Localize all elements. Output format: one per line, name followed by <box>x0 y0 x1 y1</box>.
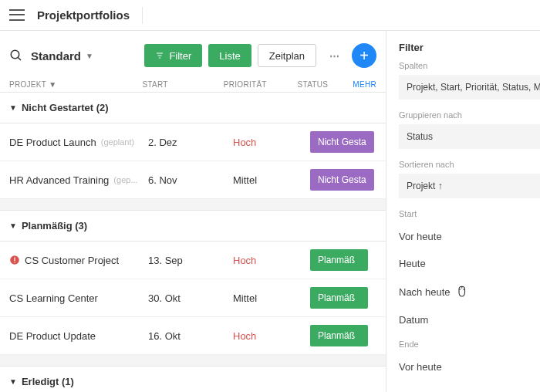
svg-rect-6 <box>14 258 15 262</box>
sortieren-select[interactable]: Projekt ↑ <box>399 174 540 198</box>
schedule-button[interactable]: Zeitplan <box>258 44 316 67</box>
caret-down-icon: ▼ <box>9 377 17 386</box>
option-label: Nach heute <box>399 286 451 298</box>
col-projekt[interactable]: Projekt ▼ <box>9 80 142 89</box>
project-name: CS Customer Project <box>25 255 119 266</box>
ende-option-vor-heute[interactable]: Vor heute <box>399 353 540 380</box>
table-row[interactable]: CS Learning Center 30. Okt Mittel Planmä… <box>0 279 386 317</box>
status-badge: Nicht Gesta <box>310 169 374 191</box>
spalten-label: Spalten <box>399 61 540 70</box>
table-row[interactable]: HR Advanced Training (gep... 6. Nov Mitt… <box>0 161 386 199</box>
gruppieren-label: Gruppieren nach <box>399 110 540 120</box>
table-row[interactable]: DE Product Launch (geplant) 2. Dez Hoch … <box>0 123 386 161</box>
status-badge: Planmäß <box>310 325 368 346</box>
list-button-label: Liste <box>219 50 240 62</box>
divider <box>142 7 143 24</box>
svg-line-1 <box>18 57 21 60</box>
col-mehr[interactable]: Mehr <box>353 80 376 89</box>
project-name: HR Advanced Training <box>9 174 109 186</box>
project-note: (geplant) <box>101 137 134 147</box>
start-date: 30. Okt <box>148 292 233 304</box>
status-badge: Planmäß <box>310 249 368 271</box>
col-start[interactable]: Start <box>142 80 223 89</box>
project-name: DE Product Update <box>9 330 96 342</box>
group-label: Planmäßig (3) <box>22 220 87 231</box>
group-header[interactable]: ▼Erledigt (1) <box>0 366 386 392</box>
status-badge: Nicht Gesta <box>310 131 374 153</box>
group-label: Erledigt (1) <box>22 376 74 387</box>
ende-filter-label: Ende <box>399 340 540 349</box>
page-title: Projektportfolios <box>37 8 130 22</box>
start-date: 6. Nov <box>148 174 233 186</box>
search-icon[interactable] <box>9 49 23 63</box>
spalten-select[interactable]: Projekt, Start, Priorität, Status, Ma <box>399 75 540 100</box>
filter-title: Filter <box>399 42 540 53</box>
project-name: DE Product Launch <box>9 137 96 148</box>
svg-rect-7 <box>14 262 15 262</box>
hamburger-icon[interactable] <box>9 8 25 23</box>
caret-down-icon: ▼ <box>9 103 17 112</box>
start-date: 16. Okt <box>148 330 233 342</box>
priority: Hoch <box>233 137 310 148</box>
table-row[interactable]: CS Customer Project 13. Sep Hoch Planmäß <box>0 242 386 279</box>
project-note: (gep... <box>113 175 137 184</box>
table-header: Projekt ▼ Start Priorität Status Mehr <box>0 77 386 92</box>
filter-panel: Filter Spalten Projekt, Start, Priorität… <box>386 31 540 392</box>
svg-point-0 <box>11 50 19 59</box>
group-header[interactable]: ▼Planmäßig (3) <box>0 210 386 242</box>
alert-icon <box>9 255 20 265</box>
filter-icon <box>155 51 164 60</box>
group-label: Nicht Gestartet (2) <box>22 102 109 113</box>
priority: Hoch <box>233 255 310 266</box>
list-button[interactable]: Liste <box>208 44 251 67</box>
add-button[interactable]: + <box>352 43 376 68</box>
start-filter-label: Start <box>399 209 540 218</box>
col-prio[interactable]: Priorität <box>224 80 298 89</box>
start-option-heute[interactable]: Heute <box>399 250 540 277</box>
priority: Hoch <box>233 330 310 342</box>
cursor-icon <box>457 285 471 299</box>
view-name-label: Standard <box>31 49 81 63</box>
start-option-datum[interactable]: Datum <box>399 306 540 333</box>
table-row[interactable]: DE Product Update 16. Okt Hoch Planmäß <box>0 317 386 355</box>
start-option-nach-heute[interactable]: Nach heute <box>399 277 540 306</box>
priority: Mittel <box>233 292 310 304</box>
filter-button[interactable]: Filter <box>144 44 202 67</box>
chevron-down-icon: ▼ <box>86 52 93 60</box>
sortieren-label: Sortieren nach <box>399 160 540 169</box>
more-menu[interactable]: ⋯ <box>322 44 346 67</box>
start-date: 13. Sep <box>148 255 233 266</box>
filter-button-label: Filter <box>169 50 191 62</box>
group-header[interactable]: ▼Nicht Gestartet (2) <box>0 92 386 123</box>
caret-down-icon: ▼ <box>9 221 17 230</box>
col-status[interactable]: Status <box>298 80 353 89</box>
schedule-button-label: Zeitplan <box>269 50 305 62</box>
status-badge: Planmäß <box>310 287 368 309</box>
gruppieren-select[interactable]: Status <box>399 124 540 149</box>
project-name: CS Learning Center <box>9 292 98 304</box>
start-date: 2. Dez <box>148 137 233 148</box>
priority: Mittel <box>233 174 310 186</box>
view-selector[interactable]: Standard ▼ <box>31 49 93 63</box>
chevron-down-icon: ▼ <box>49 80 56 89</box>
start-option-vor-heute[interactable]: Vor heute <box>399 223 540 250</box>
